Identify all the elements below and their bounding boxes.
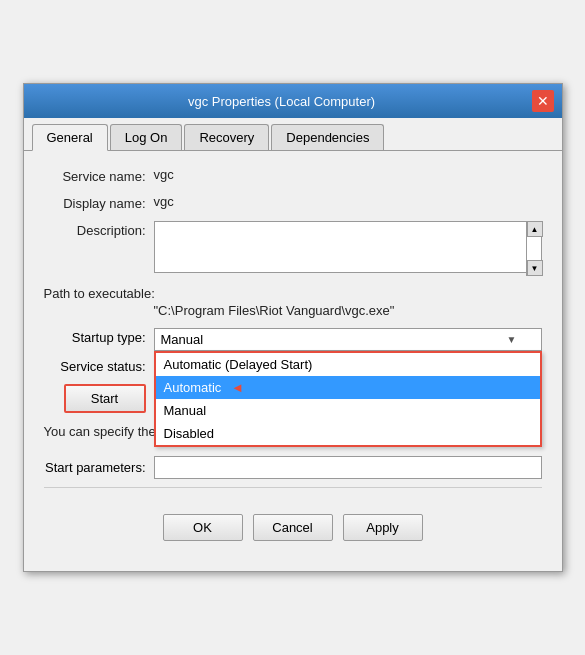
description-label: Description: xyxy=(44,221,154,238)
dropdown-item-disabled[interactable]: Disabled xyxy=(156,422,540,445)
startup-type-section: Startup type: Manual ▼ Automatic (Delaye… xyxy=(44,328,542,351)
path-label: Path to executable: xyxy=(44,286,542,301)
bottom-buttons: OK Cancel Apply xyxy=(44,504,542,555)
scroll-down-button[interactable]: ▼ xyxy=(527,260,543,276)
tab-logon[interactable]: Log On xyxy=(110,124,183,150)
properties-window: vgc Properties (Local Computer) ✕ Genera… xyxy=(23,83,563,571)
startup-type-dropdown[interactable]: Manual ▼ xyxy=(154,328,542,351)
display-name-label: Display name: xyxy=(44,194,154,211)
start-button[interactable]: Start xyxy=(64,384,146,413)
dropdown-item-manual[interactable]: Manual xyxy=(156,399,540,422)
startup-dropdown-wrapper: Manual ▼ Automatic (Delayed Start) Autom… xyxy=(154,328,542,351)
dropdown-selected-value: Manual xyxy=(161,332,204,347)
display-name-row: Display name: vgc xyxy=(44,194,542,211)
title-bar: vgc Properties (Local Computer) ✕ xyxy=(24,84,562,118)
tab-dependencies[interactable]: Dependencies xyxy=(271,124,384,150)
description-input[interactable] xyxy=(154,221,542,273)
ok-button[interactable]: OK xyxy=(163,514,243,541)
arrow-indicator: ◄ xyxy=(231,380,244,395)
start-params-row: Start parameters: xyxy=(44,456,542,479)
start-params-label: Start parameters: xyxy=(44,460,154,475)
dropdown-item-auto-delayed[interactable]: Automatic (Delayed Start) xyxy=(156,353,540,376)
tab-content: Service name: vgc Display name: vgc Desc… xyxy=(24,151,562,570)
start-params-input[interactable] xyxy=(154,456,542,479)
cancel-button[interactable]: Cancel xyxy=(253,514,333,541)
dropdown-arrow-icon: ▼ xyxy=(507,334,517,345)
tab-bar: General Log On Recovery Dependencies xyxy=(24,118,562,151)
tab-general[interactable]: General xyxy=(32,124,108,151)
dropdown-item-automatic[interactable]: Automatic ◄ xyxy=(156,376,540,399)
description-scrollbar: ▲ ▼ xyxy=(526,221,542,276)
service-name-row: Service name: vgc xyxy=(44,167,542,184)
tab-recovery[interactable]: Recovery xyxy=(184,124,269,150)
service-name-label: Service name: xyxy=(44,167,154,184)
description-row: Description: ▲ ▼ xyxy=(44,221,542,276)
apply-button[interactable]: Apply xyxy=(343,514,423,541)
window-title: vgc Properties (Local Computer) xyxy=(32,94,532,109)
dropdown-menu: Automatic (Delayed Start) Automatic ◄ Ma… xyxy=(154,351,542,447)
service-status-label: Service status: xyxy=(44,359,154,374)
scroll-up-button[interactable]: ▲ xyxy=(527,221,543,237)
startup-type-label: Startup type: xyxy=(44,328,154,345)
close-button[interactable]: ✕ xyxy=(532,90,554,112)
service-name-value: vgc xyxy=(154,167,174,182)
description-wrapper: ▲ ▼ xyxy=(154,221,542,276)
display-name-value: vgc xyxy=(154,194,174,209)
path-section: Path to executable: "C:\Program Files\Ri… xyxy=(44,286,542,318)
path-value: "C:\Program Files\Riot Vanguard\vgc.exe" xyxy=(154,303,542,318)
divider xyxy=(44,487,542,488)
